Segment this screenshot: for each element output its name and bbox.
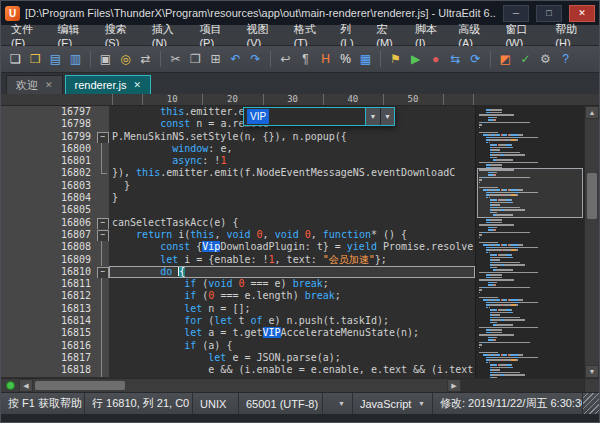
minimap-token	[504, 319, 525, 321]
minimap-token	[479, 327, 538, 329]
vertical-scroll-thumb[interactable]	[587, 173, 597, 219]
token: ;	[335, 290, 341, 301]
minimap-line	[479, 234, 581, 236]
minimap-line	[479, 352, 581, 354]
copy-icon[interactable]: ❐	[186, 50, 205, 69]
spell-check-icon[interactable]: ✓	[516, 50, 535, 69]
code-line-16800[interactable]: 16800 window: e,	[1, 143, 475, 155]
new-file-icon[interactable]: ❏	[6, 50, 25, 69]
help-icon[interactable]: ?	[556, 50, 575, 69]
code-line-16802[interactable]: 16802}), this.emitter.emit(f.NodeEventMe…	[1, 167, 475, 179]
gutter-margin	[1, 327, 59, 339]
sync-scroll-icon[interactable]: ⟳	[466, 50, 485, 69]
fold-toggle-icon[interactable]	[95, 266, 109, 278]
code-line-16806[interactable]: 16806canSelectTaskAcc(e) {	[1, 217, 475, 229]
code-text: window: e,	[109, 143, 475, 155]
status-encoding[interactable]: 65001 (UTF-8)	[239, 393, 323, 414]
replace-icon[interactable]: ⇄	[136, 50, 155, 69]
find-icon[interactable]: ◎	[116, 50, 135, 69]
redo-icon[interactable]: ↷	[246, 50, 265, 69]
scroll-up-arrow-icon[interactable]: ▲	[585, 106, 599, 119]
save-file-icon[interactable]: ▤	[46, 50, 65, 69]
token: t	[232, 315, 250, 326]
code-line-16807[interactable]: 16807 return i(this, void 0, void 0, fun…	[1, 229, 475, 241]
status-line-ending[interactable]: UNIX	[193, 393, 239, 414]
tab-close-icon[interactable]: ✕	[45, 80, 53, 90]
code-line-16805[interactable]: 16805	[1, 204, 475, 216]
save-all-icon[interactable]: ▥	[66, 50, 85, 69]
code-line-16803[interactable]: 16803 }	[1, 180, 475, 192]
minimap-token	[479, 292, 480, 294]
code-line-16816[interactable]: 16816 if (a) {	[1, 340, 475, 352]
scroll-right-arrow-icon[interactable]: ▶	[447, 379, 461, 392]
minimap-token	[479, 377, 490, 379]
find-options-dropdown-icon[interactable]: ▼	[380, 108, 394, 125]
code-line-16817[interactable]: 16817 let e = JSON.parse(a);	[1, 352, 475, 364]
code-line-16812[interactable]: 16812 if (0 === e.length) break;	[1, 290, 475, 302]
resize-grip[interactable]	[583, 393, 599, 414]
token: let	[214, 315, 232, 326]
horizontal-scroll-thumb[interactable]	[35, 381, 125, 390]
find-input[interactable]: VIP	[244, 108, 365, 125]
code-line-16809[interactable]: 16809 let i = {enable: !1, text: "会员加速"}…	[1, 254, 475, 266]
minimap-line	[479, 237, 581, 239]
percent-tool-icon[interactable]: %	[336, 50, 355, 69]
minimap-token	[479, 309, 490, 311]
code-line-16810[interactable]: 16810 do {	[1, 266, 475, 278]
scroll-down-arrow-icon[interactable]: ▼	[585, 365, 599, 378]
tab-welcome[interactable]: 欢迎✕	[6, 75, 63, 94]
horizontal-scroll-track[interactable]	[33, 379, 447, 392]
code-line-16798[interactable]: 16798 const n = a.remote	[1, 118, 475, 130]
scroll-left-arrow-icon[interactable]: ◀	[19, 379, 33, 392]
code-line-16814[interactable]: 16814 for (let t of e) n.push(t.taskId);	[1, 315, 475, 327]
compare-files-icon[interactable]: ⇆	[446, 50, 465, 69]
minimap[interactable]	[475, 106, 584, 378]
code-line-16797[interactable]: 16797 this.emitter.emit(	[1, 106, 475, 118]
find-history-dropdown-icon[interactable]: ▼	[365, 108, 380, 125]
code-line-16799[interactable]: 16799P.MenuSkinNS.setStyle(n, {}), n.pop…	[1, 131, 475, 143]
code-line-16815[interactable]: 16815 let a = t.getVIPAccelerateMenuStat…	[1, 327, 475, 339]
html-tools-icon[interactable]: H	[316, 50, 335, 69]
token: : e,	[208, 143, 232, 154]
minimap-line	[479, 344, 581, 346]
color-picker-icon[interactable]: ◩	[496, 50, 515, 69]
tab-renderer-js[interactable]: renderer.js✕	[65, 75, 152, 94]
table-tool-icon[interactable]: ▦	[356, 50, 375, 69]
minimap-token	[492, 154, 501, 156]
code-line-16808[interactable]: 16808 const {VipDownloadPlugin: t} = yie…	[1, 241, 475, 253]
print-icon[interactable]: ▣	[96, 50, 115, 69]
vertical-scroll-track[interactable]	[585, 119, 599, 365]
code-line-16801[interactable]: 16801 async: !1	[1, 155, 475, 167]
code-line-16818[interactable]: 16818 e && (i.enable = e.enable, e.text …	[1, 364, 475, 376]
token: if	[184, 290, 196, 301]
fold-guide	[95, 278, 109, 290]
macro-play-icon[interactable]: ▶	[406, 50, 425, 69]
code-pane[interactable]: 16797 this.emitter.emit(16798 const n = …	[1, 106, 475, 378]
bookmark-icon[interactable]: ⚑	[386, 50, 405, 69]
macro-record-icon[interactable]: ●	[426, 50, 445, 69]
paste-icon[interactable]: ⊞	[206, 50, 225, 69]
minimap-line	[479, 304, 581, 306]
show-symbols-icon[interactable]: ¶	[296, 50, 315, 69]
fold-toggle-icon[interactable]	[95, 229, 109, 241]
tab-close-icon[interactable]: ✕	[134, 80, 142, 90]
cut-icon[interactable]: ✂	[166, 50, 185, 69]
status-language[interactable]: JavaScript▼	[353, 393, 433, 414]
fold-toggle-icon[interactable]	[95, 217, 109, 229]
minimap-line	[479, 334, 581, 336]
minimap-line	[479, 362, 581, 364]
settings-icon[interactable]: ⚙	[536, 50, 555, 69]
token: function	[323, 229, 371, 240]
fold-toggle-icon[interactable]	[95, 131, 109, 143]
gutter-margin	[1, 266, 59, 278]
undo-icon[interactable]: ↶	[226, 50, 245, 69]
minimap-viewport[interactable]	[477, 168, 583, 218]
token: * () {	[371, 229, 407, 240]
code-line-16811[interactable]: 16811 if (void 0 === e) break;	[1, 278, 475, 290]
token: async	[172, 155, 202, 166]
code-line-16813[interactable]: 16813 let n = [];	[1, 303, 475, 315]
code-line-16804[interactable]: 16804}	[1, 192, 475, 204]
status-highlight-dropdown[interactable]: ▼	[323, 393, 353, 414]
open-file-icon[interactable]: ❒	[26, 50, 45, 69]
word-wrap-icon[interactable]: ↩	[276, 50, 295, 69]
